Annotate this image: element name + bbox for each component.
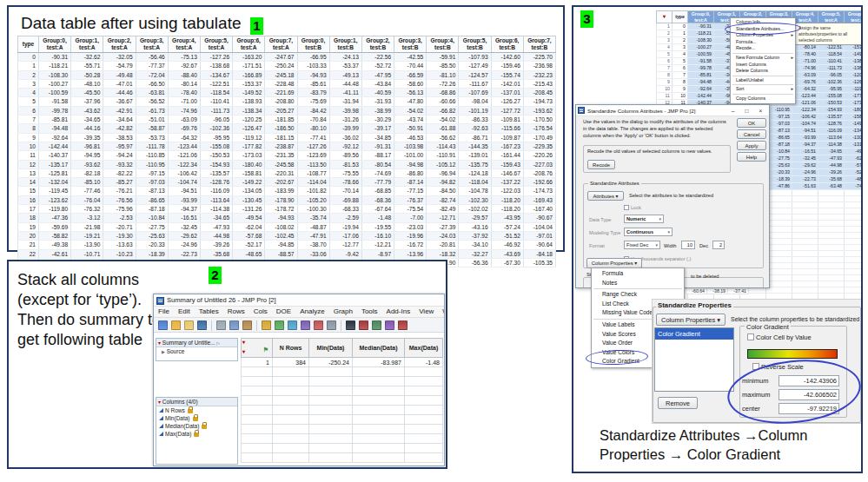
- grid-cell[interactable]: [242, 415, 273, 425]
- grid-cell[interactable]: 384: [273, 358, 309, 367]
- grid-cell[interactable]: [309, 425, 353, 434]
- menu-rows[interactable]: Rows: [223, 307, 249, 316]
- chart-icon[interactable]: [301, 320, 310, 330]
- row-number-cell[interactable]: 10: [657, 86, 673, 93]
- grid-column-header[interactable]: Min(Data): [309, 339, 353, 358]
- grid-cell[interactable]: [242, 367, 273, 377]
- grid-cell[interactable]: [405, 415, 443, 425]
- summary-icon[interactable]: [288, 320, 297, 330]
- menu-item-insert-columns[interactable]: Insert Columns: [731, 62, 795, 69]
- modeling-type-select[interactable]: Continuous▾: [624, 228, 673, 236]
- column-list-item[interactable]: Max(Data): [156, 430, 237, 438]
- row-number-cell[interactable]: 11: [657, 93, 673, 100]
- column-header[interactable]: Group:0,test:A: [39, 36, 71, 53]
- grid-corner-cell[interactable]: ▾ ▾ ⚑: [242, 339, 273, 358]
- menu-item-delete-columns[interactable]: Delete Columns: [731, 68, 795, 75]
- selected-column-header[interactable]: Group:6,test:A: [845, 11, 864, 23]
- menu-cols[interactable]: Cols: [249, 307, 272, 316]
- lock-checkbox[interactable]: [624, 205, 629, 210]
- menu-item-new-formula-column[interactable]: New Formula Column▸: [731, 55, 795, 62]
- grid-cell[interactable]: [405, 434, 443, 444]
- distribution-icon[interactable]: [385, 320, 394, 330]
- folder-icon[interactable]: [184, 320, 194, 330]
- row-number-cell[interactable]: 2: [657, 30, 673, 37]
- grid-cell[interactable]: [273, 434, 309, 444]
- grid-cell[interactable]: [273, 406, 309, 415]
- column-header-type[interactable]: type: [18, 36, 39, 53]
- grid-cell[interactable]: [309, 396, 353, 406]
- grid-cell[interactable]: [242, 434, 273, 444]
- row-number-cell[interactable]: 7: [657, 65, 673, 72]
- red-triangle-icon[interactable]: ▾: [158, 399, 161, 405]
- grid-cell[interactable]: [273, 453, 309, 463]
- list-item-color-gradient[interactable]: Color Gradient: [655, 328, 733, 340]
- row-number-cell[interactable]: 3: [657, 37, 673, 44]
- mini-corner-cell[interactable]: ▾: [657, 11, 673, 23]
- format-select[interactable]: Fixed Dec▾: [624, 241, 660, 249]
- dec-field[interactable]: 2: [712, 241, 725, 249]
- grid-cell[interactable]: [353, 434, 405, 444]
- menu-tables[interactable]: Tables: [195, 307, 223, 316]
- grid-cell[interactable]: [353, 453, 405, 463]
- grid-cell[interactable]: [273, 386, 309, 396]
- grid-cell[interactable]: -250.24: [309, 358, 353, 367]
- grid-cell[interactable]: [242, 406, 273, 415]
- new-table-icon[interactable]: [158, 320, 168, 330]
- column-header[interactable]: Group:5,test:A: [200, 36, 232, 53]
- graph-icon[interactable]: [372, 320, 381, 330]
- columns-panel-header[interactable]: ▾ Columns (4/0): [156, 398, 237, 406]
- red-triangle-icon[interactable]: ▾: [242, 339, 245, 345]
- grid-cell[interactable]: [242, 425, 273, 434]
- menu-tools[interactable]: Tools: [357, 307, 382, 316]
- menu-item-sort[interactable]: Sort▸: [731, 86, 795, 93]
- menu-graph[interactable]: Graph: [329, 307, 357, 316]
- grid-cell[interactable]: -1.48: [405, 358, 443, 367]
- row-number-cell[interactable]: 4: [657, 44, 673, 51]
- red-triangle-icon[interactable]: ▾: [242, 348, 245, 354]
- grid-cell[interactable]: [273, 396, 309, 406]
- grid-cell[interactable]: [405, 406, 443, 415]
- grid-cell[interactable]: [353, 415, 405, 425]
- grid-cell[interactable]: [309, 453, 353, 463]
- pointer-icon[interactable]: [327, 320, 336, 330]
- grid-cell[interactable]: [353, 396, 405, 406]
- grid-cell[interactable]: [353, 377, 405, 386]
- menu-item-formula[interactable]: Formula...: [731, 39, 795, 46]
- grid-cell[interactable]: [309, 415, 353, 425]
- flag-icon[interactable]: [314, 320, 323, 330]
- properties-listbox[interactable]: Color Gradient: [654, 327, 734, 392]
- menu-item-label-unlabel[interactable]: Label/Unlabel: [731, 77, 795, 84]
- column-header[interactable]: Group:3,test:B: [394, 36, 427, 53]
- menu-item-formula[interactable]: Formula: [592, 269, 684, 279]
- grid-cell[interactable]: [273, 425, 309, 434]
- grid-icon[interactable]: [275, 320, 284, 330]
- menu-file[interactable]: File: [154, 307, 174, 316]
- column-properties-dropdown-button[interactable]: Column Properties ▾: [656, 314, 726, 326]
- row-number-cell[interactable]: 1: [657, 23, 673, 30]
- grid-cell[interactable]: [309, 367, 353, 377]
- row-number-cell[interactable]: 9: [657, 79, 673, 86]
- grid-cell[interactable]: [353, 367, 405, 377]
- grid-cell[interactable]: [353, 386, 405, 396]
- grid-cell[interactable]: [242, 444, 273, 453]
- grid-cell[interactable]: [405, 453, 443, 463]
- grid-cell[interactable]: [309, 386, 353, 396]
- menu-edit[interactable]: Edit: [174, 307, 195, 316]
- selected-column-header[interactable]: Group:5,test:A: [818, 11, 845, 23]
- grid-cell[interactable]: [273, 367, 309, 377]
- column-list-item[interactable]: Median(Data): [156, 422, 237, 430]
- grid-cell[interactable]: [309, 377, 353, 386]
- copy-icon[interactable]: [229, 320, 239, 330]
- grid-cell[interactable]: [273, 377, 309, 386]
- help-button[interactable]: Help: [737, 152, 766, 162]
- grid-cell[interactable]: 1: [242, 358, 273, 367]
- menu-analyze[interactable]: Analyze: [295, 307, 328, 316]
- data-type-select[interactable]: Numeric▾: [624, 215, 664, 223]
- grid-column-header[interactable]: Max(Data): [405, 339, 443, 358]
- attributes-dropdown-button[interactable]: Attributes ▾: [587, 191, 624, 201]
- close-icon[interactable]: ×: [754, 106, 767, 116]
- grid-cell[interactable]: [242, 377, 273, 386]
- grid-cell[interactable]: [405, 377, 443, 386]
- remove-button[interactable]: Remove: [658, 397, 698, 409]
- column-header[interactable]: Group:6,test:B: [491, 36, 523, 53]
